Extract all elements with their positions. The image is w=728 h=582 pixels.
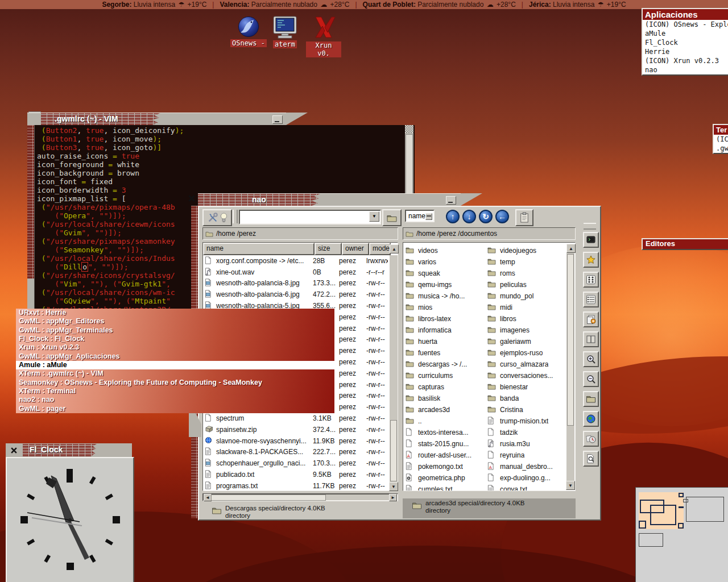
desktop-icon-osnews[interactable]: OSnews - (230, 16, 267, 48)
terminal-button[interactable] (583, 232, 599, 248)
list-item[interactable]: .. (403, 415, 485, 427)
list-item[interactable]: banda (485, 393, 567, 404)
list-item[interactable]: trump-mision.txt (485, 415, 567, 427)
list-item[interactable]: pokemongo.txt (403, 461, 485, 472)
list-item[interactable]: roms (485, 268, 567, 279)
right-pane-pathbar[interactable]: /home /perez /documentos (403, 227, 576, 240)
zoom-out-button[interactable] (583, 371, 599, 387)
list-item[interactable]: geometrica.php (403, 472, 485, 484)
list-item[interactable]: arcades3d (403, 404, 485, 415)
menu-item[interactable]: aMule (643, 29, 728, 38)
scrollbar-thumb[interactable] (390, 420, 397, 481)
scroll-right-icon[interactable]: ► (389, 494, 397, 501)
list-view-button[interactable] (583, 292, 599, 307)
menu-item[interactable]: Fl_Clock (643, 38, 728, 47)
split-view-button[interactable] (583, 331, 599, 347)
list-item[interactable]: libros-latex (403, 313, 485, 325)
list-item[interactable]: Amanual_desbro... (485, 461, 567, 472)
task-list-item[interactable]: GwML : pager (16, 405, 334, 413)
list-item[interactable]: videos (403, 245, 485, 256)
list-item[interactable]: peliculas (485, 279, 567, 290)
down-button[interactable]: ↓ (462, 210, 476, 223)
table-row[interactable]: schopenhauer_orgullo_naci...170.3...pere… (203, 458, 391, 469)
list-item[interactable]: rusia.m3u (485, 438, 567, 450)
column-header-size[interactable]: size (315, 243, 342, 255)
task-list-item[interactable]: Fl_Clock : Fl_Clock (16, 335, 334, 343)
list-item[interactable]: midi (485, 302, 567, 313)
table-row[interactable]: programas.txt11.7KBperez-rw-r-- (203, 480, 391, 490)
list-item[interactable]: curriculums (403, 370, 485, 381)
history-button[interactable] (583, 431, 599, 447)
scroll-up-icon[interactable]: ▲ (390, 244, 399, 253)
vim-titlebar[interactable]: .gwmlrc (~) - VIM (27, 113, 286, 126)
list-item[interactable]: varios (403, 256, 485, 268)
list-item[interactable]: curso_almazara (485, 359, 567, 370)
menu-item[interactable]: Herrie (643, 47, 728, 56)
list-item[interactable]: fuentes (403, 347, 485, 359)
toolbar-grip[interactable] (584, 223, 596, 230)
folder-button[interactable] (382, 209, 402, 226)
list-item[interactable]: reyruina (485, 450, 567, 461)
list-item[interactable]: mios (403, 302, 485, 313)
editores-titlebar[interactable]: Editores (642, 238, 728, 250)
pager-window[interactable] (686, 497, 724, 522)
globe-button[interactable] (583, 411, 599, 427)
pager-window[interactable] (639, 533, 663, 547)
table-row[interactable]: slackware-8.1-PACKAGES...222.7...perez-r… (203, 447, 391, 458)
task-list-item[interactable]: Seamonkey : OSnews - Exploring the Futur… (16, 379, 334, 387)
desktop-icon-aterm[interactable]: aterm (267, 16, 303, 49)
left-pane-pathbar[interactable]: /home /perez (202, 227, 398, 240)
list-item[interactable]: qemu-imgs (403, 279, 485, 290)
copy-files-button[interactable] (583, 311, 599, 327)
scroll-down-icon[interactable]: ▼ (566, 481, 575, 490)
table-row[interactable]: xine-out.wav0Bperez-r--r--r (203, 267, 391, 278)
table-row[interactable]: xorg.conf.composite -> /etc...28Bperezlr… (203, 255, 391, 267)
list-item[interactable]: huerta (403, 336, 485, 347)
list-item[interactable]: tadzik (485, 427, 567, 438)
right-pane-scrollbar[interactable]: ▼ (566, 253, 574, 489)
column-header-owner[interactable]: owner (342, 243, 369, 255)
left-pane-hscrollbar[interactable]: ◄ ► (202, 493, 398, 501)
scrollbar-grip[interactable] (405, 125, 413, 133)
task-list-item[interactable]: XTerm : Terminal (16, 387, 334, 396)
list-item[interactable]: mundo_pol (485, 290, 567, 302)
dropdown-indicator-icon[interactable] (425, 213, 432, 220)
pager-window[interactable] (679, 493, 684, 497)
table-row[interactable]: wesnoth-alto-palancia-6.jpg472.2...perez… (203, 289, 391, 300)
minimize-button[interactable] (446, 196, 456, 205)
desktop-icon-xrun[interactable]: Xrun v0. (306, 15, 341, 58)
icons-view-button[interactable] (583, 272, 599, 288)
task-list-item[interactable]: nao2 : nao (16, 396, 334, 404)
clipboard-button[interactable] (515, 209, 533, 226)
pager-window[interactable] (639, 521, 646, 529)
star-button[interactable] (583, 252, 599, 268)
scroll-up-icon[interactable]: ▲ (566, 244, 576, 253)
sort-field-dropdown[interactable]: name (405, 210, 435, 222)
scrollbar-thumb[interactable] (567, 254, 574, 426)
clock-titlebar[interactable]: Fl_Clock (6, 443, 132, 457)
table-row[interactable]: spainsetw.zip372.4...perez-rw-r-- (203, 424, 391, 435)
task-list-item[interactable]: GwML : appMgr_Terminales (16, 326, 334, 335)
minimize-button[interactable] (272, 115, 283, 124)
list-item[interactable]: temp (485, 256, 567, 268)
list-item[interactable]: libros (485, 313, 567, 325)
combo-dropdown-arrow-icon[interactable]: ▼ (369, 211, 379, 222)
list-item[interactable]: imagenes (485, 325, 567, 336)
left-pane-scrollbar[interactable]: ▼ (390, 255, 398, 490)
list-item[interactable]: descargas -> /... (403, 359, 485, 370)
refresh-button[interactable]: ↻ (479, 210, 493, 223)
tools-button[interactable] (202, 209, 232, 226)
list-item[interactable]: capturas (403, 381, 485, 393)
list-item[interactable]: galeriawm (485, 336, 567, 347)
list-item[interactable]: videojuegos (485, 245, 567, 256)
task-list-item[interactable]: GwML : appMgr_Aplicaciones (16, 352, 334, 361)
column-header-name[interactable]: name (203, 243, 315, 255)
task-list-item[interactable]: XTerm : .gwmlrc (~) - VIM (16, 369, 334, 378)
scrollbar-thumb[interactable] (211, 494, 326, 501)
list-item[interactable]: Arouter-adsl-user... (403, 450, 485, 461)
list-item[interactable]: cumples.txt (403, 484, 485, 490)
list-item[interactable]: conversaciones... (485, 370, 567, 381)
desktop-pager[interactable] (635, 487, 728, 582)
column-header-mode[interactable]: mode (369, 243, 391, 255)
list-item[interactable]: ejemplos-ruso (485, 347, 567, 359)
